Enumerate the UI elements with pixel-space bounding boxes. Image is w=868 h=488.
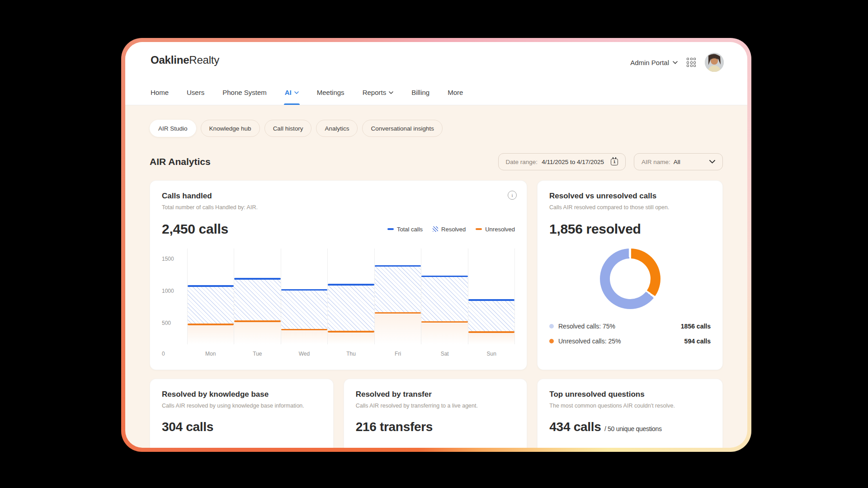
resolved-band xyxy=(188,286,234,324)
card-subtitle: Calls AIR resolved compared to those sti… xyxy=(549,204,711,211)
resolved-band xyxy=(421,276,467,322)
nav-item-label: Phone System xyxy=(222,89,267,96)
top-unresolved-metric: 434 calls / 50 unique questions xyxy=(549,420,711,434)
x-tick-label: Sun xyxy=(468,351,515,357)
legend-item: Unresolved xyxy=(476,226,515,233)
nav-item-reports[interactable]: Reports xyxy=(363,89,394,105)
card-subtitle: Calls AIR resolved by using knowledge ba… xyxy=(162,403,321,409)
nav-item-label: Meetings xyxy=(317,89,344,96)
brand-regular: Realty xyxy=(189,54,219,66)
header-right-cluster: Admin Portal xyxy=(630,53,724,72)
resolved-vs-unresolved-card: Resolved vs unresolved calls Calls AIR r… xyxy=(537,180,723,370)
x-tick-label: Thu xyxy=(328,351,375,357)
hatch-marker-icon xyxy=(433,226,438,232)
chart-column-fri xyxy=(375,249,421,344)
unresolved-fade xyxy=(375,314,421,344)
y-axis: 50010001500 xyxy=(162,249,187,344)
portal-label: Admin Portal xyxy=(630,59,669,66)
card-subtitle: Calls AIR resolved by transferring to a … xyxy=(356,403,515,409)
unresolved-line xyxy=(375,312,421,314)
unresolved-fade xyxy=(328,333,374,344)
total-calls-line xyxy=(281,289,327,291)
chevron-down-icon xyxy=(294,91,299,94)
dash-marker-icon xyxy=(476,228,482,230)
unresolved-line xyxy=(328,331,374,333)
unresolved-line xyxy=(188,324,234,325)
nav-item-users[interactable]: Users xyxy=(187,89,204,105)
card-title: Top unresolved questions xyxy=(549,390,711,399)
nav-item-label: Reports xyxy=(363,89,387,96)
air-name-filter[interactable]: AIR name: All xyxy=(634,153,723,170)
nav-item-label: Users xyxy=(187,89,204,96)
total-calls-line xyxy=(234,278,280,280)
chart-column-mon xyxy=(188,249,234,344)
donut-wrap xyxy=(549,249,711,309)
legend-label: Resolved calls: 75% xyxy=(558,323,615,330)
info-icon[interactable]: i xyxy=(508,191,517,200)
avatar[interactable] xyxy=(705,53,724,72)
y-tick-label: 1500 xyxy=(162,256,174,262)
chart-column-sun xyxy=(468,249,515,344)
page-header-row: AIR Analytics Date range: 4/11/2025 to 4… xyxy=(150,153,723,170)
unresolved-line xyxy=(421,321,467,323)
total-calls-line xyxy=(468,299,514,301)
card-subtitle: Total number of calls Handled by: AIR. xyxy=(162,204,515,211)
chevron-down-icon xyxy=(709,160,715,164)
nav-item-home[interactable]: Home xyxy=(151,89,169,105)
resolved-band xyxy=(234,279,280,321)
donut-legend: Resolved calls: 75%1856 callsUnresolved … xyxy=(549,323,711,345)
main-cards-row: Calls handled Total number of calls Hand… xyxy=(150,180,723,370)
air-name-label: AIR name: xyxy=(642,159,670,165)
legend-label: Unresolved xyxy=(485,226,515,233)
top-unresolved-card: Top unresolved questions The most common… xyxy=(537,379,723,448)
nav-item-more[interactable]: More xyxy=(448,89,463,105)
tab-conversational-insights[interactable]: Conversational insights xyxy=(362,120,443,137)
nav-item-phone-system[interactable]: Phone System xyxy=(222,89,267,105)
app-body: AIR StudioKnowledge hubCall historyAnaly… xyxy=(125,105,747,448)
screenshot-stage: OaklineRealty HomeUsersPhone SystemAIMee… xyxy=(0,0,868,488)
unresolved-fade xyxy=(188,326,234,344)
x-tick-label: Wed xyxy=(281,351,328,357)
total-calls-line xyxy=(421,276,467,277)
y-tick-zero: 0 xyxy=(162,351,187,357)
legend-label: Resolved xyxy=(441,226,466,233)
apps-grid-icon[interactable] xyxy=(687,58,696,67)
date-range-filter[interactable]: Date range: 4/11/2025 to 4/17/2025 1 xyxy=(498,153,626,170)
app-header: OaklineRealty HomeUsersPhone SystemAIMee… xyxy=(125,42,747,105)
chevron-down-icon xyxy=(673,61,678,64)
resolved-band xyxy=(328,285,374,332)
air-name-value: All xyxy=(674,159,680,165)
x-tick-label: Sat xyxy=(421,351,468,357)
portal-switcher[interactable]: Admin Portal xyxy=(630,59,678,66)
x-tick-label: Mon xyxy=(187,351,234,357)
legend-label: Total calls xyxy=(397,226,423,233)
tab-knowledge-hub[interactable]: Knowledge hub xyxy=(201,120,260,137)
knowledge-base-metric: 304 calls xyxy=(162,420,321,434)
calls-handled-metric: 2,450 calls xyxy=(162,221,228,237)
resolved-metric: 1,856 resolved xyxy=(549,221,711,237)
app-window-frame: OaklineRealty HomeUsersPhone SystemAIMee… xyxy=(121,38,751,452)
y-tick-label: 500 xyxy=(162,320,171,326)
metric-suffix: / 50 unique questions xyxy=(604,425,662,432)
donut-legend-row: Unresolved calls: 25%594 calls xyxy=(549,338,711,345)
tab-call-history[interactable]: Call history xyxy=(264,120,312,137)
transfer-card: Resolved by transfer Calls AIR resolved … xyxy=(344,379,528,448)
donut-chart xyxy=(600,249,660,309)
donut-hole xyxy=(610,258,651,299)
nav-item-ai[interactable]: AI xyxy=(285,89,299,105)
card-title: Calls handled xyxy=(162,192,515,201)
chart-column-thu xyxy=(328,249,374,344)
date-range-value: 4/11/2025 to 4/17/2025 xyxy=(542,159,604,165)
tab-analytics[interactable]: Analytics xyxy=(316,120,358,137)
legend-value: 594 calls xyxy=(684,338,711,345)
unresolved-line xyxy=(281,329,327,331)
total-calls-line xyxy=(375,265,421,267)
card-title: Resolved by transfer xyxy=(356,390,515,399)
nav-item-meetings[interactable]: Meetings xyxy=(317,89,344,105)
x-tick-label: Fri xyxy=(374,351,421,357)
brand-logo: OaklineRealty xyxy=(151,54,219,66)
knowledge-base-card: Resolved by knowledge base Calls AIR res… xyxy=(150,379,334,448)
dash-marker-icon xyxy=(387,228,394,230)
tab-air-studio[interactable]: AIR Studio xyxy=(150,120,196,137)
nav-item-billing[interactable]: Billing xyxy=(411,89,429,105)
